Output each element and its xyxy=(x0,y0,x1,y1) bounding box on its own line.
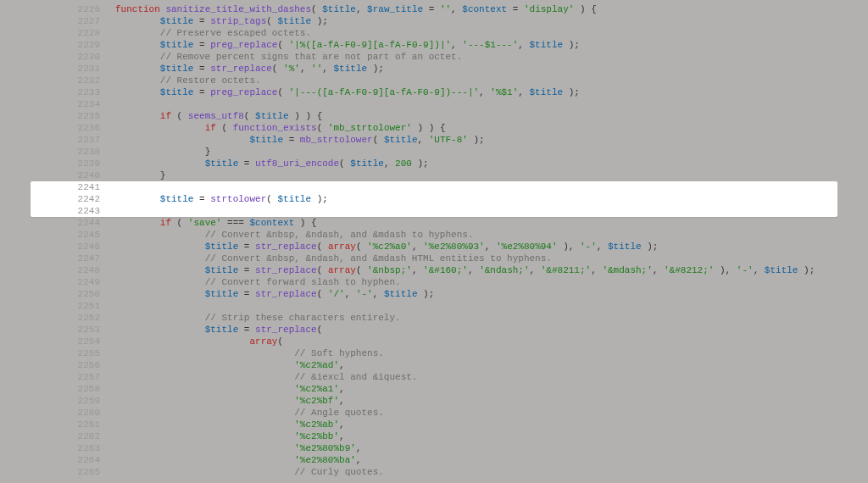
line-content[interactable]: if ( function_exists( 'mb_strtolower' ) … xyxy=(115,122,868,134)
code-line[interactable]: 2236 if ( function_exists( 'mb_strtolowe… xyxy=(0,122,868,134)
line-content[interactable]: '%e2%80%ba', xyxy=(115,454,868,466)
line-number: 2233 xyxy=(0,86,115,98)
code-line[interactable]: 2227 $title = strip_tags( $title ); xyxy=(0,15,868,27)
line-content[interactable]: $title = str_replace( '%', '', $title ); xyxy=(115,63,868,75)
code-line[interactable]: 2246 $title = str_replace( array( '%c2%a… xyxy=(0,241,868,253)
code-line[interactable]: 2252 // Strip these characters entirely. xyxy=(0,312,868,324)
code-line[interactable]: 2256 '%c2%ad', xyxy=(0,359,868,371)
line-content[interactable]: if ( seems_utf8( $title ) ) { xyxy=(115,110,868,122)
line-content[interactable]: // Restore octets. xyxy=(115,75,868,86)
code-line[interactable]: 2242 $title = strtolower( $title ); xyxy=(0,193,868,205)
line-content[interactable]: '%c2%ab', xyxy=(115,419,868,430)
code-line[interactable]: 2263 '%e2%80%b9', xyxy=(0,442,868,454)
token-pn: , xyxy=(412,265,423,275)
line-content[interactable]: // Curly quotes. xyxy=(115,466,868,478)
line-content[interactable]: // Strip these characters entirely. xyxy=(115,312,868,324)
code-line[interactable]: 2249 // Convert forward slash to hyphen. xyxy=(0,276,868,288)
line-content[interactable] xyxy=(115,205,868,217)
code-line[interactable]: 2241 xyxy=(0,181,868,193)
code-line[interactable]: 2260 // Angle quotes. xyxy=(0,407,868,419)
line-content[interactable]: // Remove percent signs that are not par… xyxy=(115,51,868,63)
code-line[interactable]: 2244 if ( 'save' === $context ) { xyxy=(0,217,868,229)
code-line[interactable]: 2255 // Soft hyphens. xyxy=(0,347,868,359)
code-line[interactable]: 2259 '%c2%bf', xyxy=(0,395,868,407)
line-content[interactable]: $title = str_replace( array( '&nbsp;', '… xyxy=(115,264,868,276)
code-line[interactable]: 2251 xyxy=(0,300,868,312)
token-pn: ( xyxy=(244,111,255,121)
line-content[interactable]: // Convert &nbsp, &ndash, and &mdash HTM… xyxy=(115,253,868,264)
token-pn: , xyxy=(339,396,345,406)
line-number: 2254 xyxy=(0,336,115,347)
code-line[interactable]: 2254 array( xyxy=(0,336,868,347)
line-content[interactable]: // Convert &nbsp, &ndash, and &mdash to … xyxy=(115,229,868,241)
line-content[interactable]: $title = str_replace( array( '%c2%a0', '… xyxy=(115,241,868,253)
line-number: 2227 xyxy=(0,15,115,27)
line-content[interactable]: array( xyxy=(115,336,868,347)
line-content[interactable]: $title = preg_replace( '|%([a-fA-F0-9][a… xyxy=(115,39,868,51)
line-content[interactable]: $title = strip_tags( $title ); xyxy=(115,15,868,27)
code-line[interactable]: 2238 } xyxy=(0,146,868,158)
line-number: 2236 xyxy=(0,122,115,134)
code-line[interactable]: 2253 $title = str_replace( xyxy=(0,324,868,336)
code-line[interactable]: 2248 $title = str_replace( array( '&nbsp… xyxy=(0,264,868,276)
token-pn: ( xyxy=(272,64,283,74)
token-com: // Convert forward slash to hyphen. xyxy=(205,277,401,287)
code-line[interactable]: 2233 $title = preg_replace( '|---([a-fA-… xyxy=(0,86,868,98)
line-content[interactable]: $title = mb_strtolower( $title, 'UTF-8' … xyxy=(115,134,868,146)
line-content[interactable]: $title = utf8_uri_encode( $title, 200 ); xyxy=(115,158,868,169)
line-content[interactable]: '%e2%80%b9', xyxy=(115,442,868,454)
token-kw: array xyxy=(328,265,356,275)
line-content[interactable]: // &iexcl and &iquest. xyxy=(115,371,868,383)
code-line[interactable]: 2239 $title = utf8_uri_encode( $title, 2… xyxy=(0,158,868,169)
line-content[interactable]: $title = str_replace( '/', '-', $title )… xyxy=(115,288,868,300)
code-line[interactable]: 2240 } xyxy=(0,169,868,181)
token-var: $title xyxy=(160,64,194,74)
token-pn: ) { xyxy=(574,4,596,14)
token-str: '%e2%80%ba' xyxy=(294,455,356,465)
code-line[interactable]: 2232 // Restore octets. xyxy=(0,75,868,86)
code-line[interactable]: 2245 // Convert &nbsp, &ndash, and &mdas… xyxy=(0,229,868,241)
code-line[interactable]: 2265 // Curly quotes. xyxy=(0,466,868,478)
code-block[interactable]: 2226function sanitize_title_with_dashes(… xyxy=(0,3,868,478)
code-line[interactable]: 2228 // Preserve escaped octets. xyxy=(0,27,868,39)
line-number: 2261 xyxy=(0,419,115,430)
code-line[interactable]: 2264 '%e2%80%ba', xyxy=(0,454,868,466)
token-pn: ( xyxy=(277,336,283,347)
line-number: 2231 xyxy=(0,63,115,75)
code-line[interactable]: 2250 $title = str_replace( '/', '-', $ti… xyxy=(0,288,868,300)
line-content[interactable]: } xyxy=(115,146,868,158)
code-line[interactable]: 2258 '%c2%a1', xyxy=(0,383,868,395)
code-line[interactable]: 2229 $title = preg_replace( '|%([a-fA-F0… xyxy=(0,39,868,51)
line-content[interactable]: '%c2%a1', xyxy=(115,383,868,395)
code-line[interactable]: 2226function sanitize_title_with_dashes(… xyxy=(0,3,868,15)
line-content[interactable]: // Preserve escaped octets. xyxy=(115,27,868,39)
code-line[interactable]: 2257 // &iexcl and &iquest. xyxy=(0,371,868,383)
code-line[interactable]: 2247 // Convert &nbsp, &ndash, and &mdas… xyxy=(0,253,868,264)
line-content[interactable]: $title = str_replace( xyxy=(115,324,868,336)
line-content[interactable]: $title = preg_replace( '|---([a-fA-F0-9]… xyxy=(115,86,868,98)
code-line[interactable]: 2230 // Remove percent signs that are no… xyxy=(0,51,868,63)
line-content[interactable]: // Soft hyphens. xyxy=(115,347,868,359)
line-number: 2230 xyxy=(0,51,115,63)
token-pn: , xyxy=(451,40,462,50)
line-content[interactable]: '%c2%ad', xyxy=(115,359,868,371)
line-content[interactable]: $title = strtolower( $title ); xyxy=(115,193,868,205)
code-line[interactable]: 2235 if ( seems_utf8( $title ) ) { xyxy=(0,110,868,122)
line-content[interactable]: if ( 'save' === $context ) { xyxy=(115,217,868,229)
line-content[interactable]: } xyxy=(115,169,868,181)
line-content[interactable] xyxy=(115,98,868,110)
line-content[interactable] xyxy=(115,300,868,312)
line-content[interactable]: // Angle quotes. xyxy=(115,407,868,419)
line-content[interactable]: '%c2%bf', xyxy=(115,395,868,407)
line-content[interactable]: function sanitize_title_with_dashes( $ti… xyxy=(115,3,868,15)
code-line[interactable]: 2261 '%c2%ab', xyxy=(0,419,868,430)
code-line[interactable]: 2231 $title = str_replace( '%', '', $tit… xyxy=(0,63,868,75)
code-line[interactable]: 2234 xyxy=(0,98,868,110)
token-str: '%c2%bf' xyxy=(294,396,339,406)
code-line[interactable]: 2237 $title = mb_strtolower( $title, 'UT… xyxy=(0,134,868,146)
line-content[interactable] xyxy=(115,181,868,193)
line-content[interactable]: '%c2%bb', xyxy=(115,430,868,442)
line-content[interactable]: // Convert forward slash to hyphen. xyxy=(115,276,868,288)
code-line[interactable]: 2243 xyxy=(0,205,868,217)
code-line[interactable]: 2262 '%c2%bb', xyxy=(0,430,868,442)
